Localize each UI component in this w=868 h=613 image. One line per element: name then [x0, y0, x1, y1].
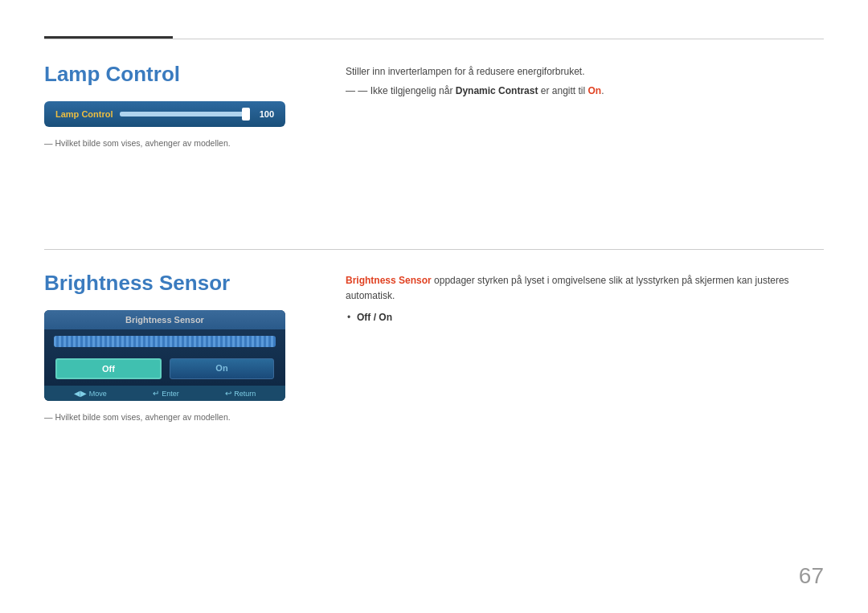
lamp-control-note: ― Hvilket bilde som vises, avhenger av m… — [44, 138, 326, 148]
lamp-ui-label: Lamp Control — [55, 109, 113, 119]
brightness-sensor-ui-title: Brightness Sensor — [44, 310, 285, 329]
brightness-sensor-description: Brightness Sensor oppdager styrken på ly… — [346, 273, 824, 326]
brightness-sensor-ui-box: Brightness Sensor Off On ◀▶ Move ↵ Enter… — [44, 310, 285, 401]
return-icon: ↩ — [225, 389, 231, 398]
lamp-slider-fill — [120, 112, 249, 116]
page-number: 67 — [799, 563, 824, 589]
lamp-desc-suffix: . — [601, 85, 604, 96]
lamp-desc-main: Stiller inn inverterlampen for å reduser… — [346, 64, 824, 79]
brightness-nav-enter: ↵ Enter — [153, 389, 179, 398]
lamp-slider-track[interactable] — [120, 112, 249, 116]
brightness-slider-pattern — [54, 336, 276, 347]
lamp-desc-on-highlight: On — [588, 85, 601, 96]
lamp-control-title: Lamp Control — [44, 62, 326, 87]
brightness-sensor-title: Brightness Sensor — [44, 271, 326, 296]
brightness-nav-move: ◀▶ Move — [74, 389, 107, 398]
brightness-nav-return: ↩ Return — [225, 389, 256, 398]
lamp-control-section: Lamp Control Lamp Control 100 ― Hvilket … — [44, 52, 326, 148]
top-rule — [44, 39, 824, 39]
brightness-off-on-label: Off / On — [357, 312, 392, 323]
move-icon: ◀▶ — [74, 389, 87, 398]
mid-rule — [44, 249, 824, 250]
brightness-desc-list: Off / On — [346, 310, 824, 325]
lamp-slider-row: Lamp Control 100 — [55, 109, 274, 119]
nav-move-label: Move — [89, 390, 107, 398]
lamp-desc-dash: ― — [346, 85, 358, 96]
lamp-desc-note: ― ― Ikke tilgjengelig når Dynamic Contra… — [346, 84, 824, 98]
brightness-slider-track[interactable] — [54, 336, 276, 347]
brightness-sensor-note: ― Hvilket bilde som vises, avhenger av m… — [44, 412, 326, 422]
enter-icon: ↵ — [153, 389, 159, 398]
lamp-slider-thumb — [242, 108, 250, 121]
brightness-desc-off-on: Off / On — [357, 310, 824, 325]
brightness-off-button[interactable]: Off — [55, 358, 162, 379]
lamp-desc-dynamic-contrast: Dynamic Contrast — [456, 85, 538, 96]
lamp-control-description: Stiller inn inverterlampen for å reduser… — [346, 64, 824, 98]
lamp-control-ui-box: Lamp Control 100 — [44, 101, 285, 127]
nav-enter-label: Enter — [162, 390, 179, 398]
lamp-desc-prefix: ― Ikke tilgjengelig når — [358, 85, 455, 96]
brightness-on-button[interactable]: On — [170, 358, 274, 379]
brightness-sensor-section: Brightness Sensor Brightness Sensor Off … — [44, 261, 326, 422]
lamp-desc-middle: er angitt til — [538, 85, 588, 96]
brightness-desc-bold-label: Brightness Sensor — [346, 275, 432, 286]
brightness-buttons-row: Off On — [44, 353, 285, 386]
brightness-slider-area — [44, 329, 285, 353]
brightness-nav-bar: ◀▶ Move ↵ Enter ↩ Return — [44, 386, 285, 401]
lamp-slider-value: 100 — [255, 109, 274, 119]
brightness-desc-main: Brightness Sensor oppdager styrken på ly… — [346, 273, 824, 304]
nav-return-label: Return — [234, 390, 256, 398]
